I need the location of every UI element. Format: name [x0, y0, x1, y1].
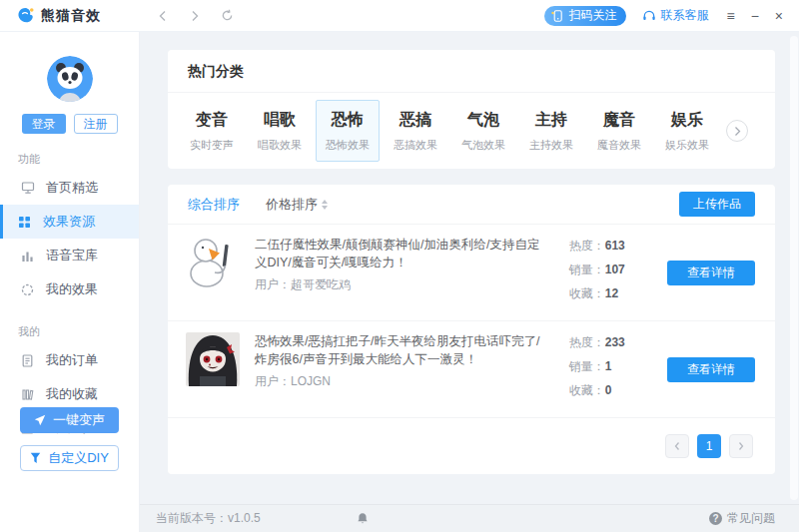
tab-prank[interactable]: 恶搞 恶搞效果	[384, 100, 447, 162]
app-window: 熊猫音效 扫码关注	[0, 0, 799, 532]
sort-price[interactable]: 价格排序	[266, 196, 328, 214]
sidebar-item-favorites[interactable]: 我的收藏	[0, 377, 139, 411]
heat-label: 热度：	[569, 239, 605, 253]
auth-buttons: 登录 注册	[0, 114, 139, 134]
item-stats: 热度：233 销量：1 收藏：0	[569, 332, 651, 406]
pagination: 1	[168, 418, 775, 474]
effects-list-card: 综合排序 价格排序 上传作品 二伍	[168, 185, 775, 474]
funnel-icon	[30, 452, 41, 464]
contact-support-button[interactable]: 联系客服	[642, 7, 708, 24]
sidebar: 登录 注册 功能 首页精选 效果资源 语音宝库 我的效果	[0, 32, 140, 532]
next-page-icon[interactable]	[729, 434, 753, 458]
main-content: 热门分类 变音 实时变声 唱歌 唱歌效果 恐怖 恐怖效果 恶搞 恶搞效果	[140, 32, 799, 504]
view-details-button[interactable]: 查看详情	[667, 357, 755, 382]
sidebar-item-orders[interactable]: 我的订单	[0, 343, 139, 377]
history-nav	[154, 7, 236, 25]
prev-page-icon[interactable]	[665, 434, 689, 458]
hot-categories-card: 热门分类 变音 实时变声 唱歌 唱歌效果 恐怖 恐怖效果 恶搞 恶搞效果	[168, 50, 775, 169]
panda-logo-icon	[16, 6, 35, 25]
sidebar-section-features: 功能	[18, 152, 139, 167]
heat-label: 热度：	[569, 335, 605, 349]
tabs-more-chevron-icon[interactable]	[726, 120, 748, 142]
sales-value: 107	[605, 263, 625, 276]
item-thumbnail-horror-girl[interactable]	[186, 332, 240, 386]
category-tabs: 变音 实时变声 唱歌 唱歌效果 恐怖 恐怖效果 恶搞 恶搞效果 气泡 气泡效	[168, 93, 775, 169]
headset-icon	[642, 9, 656, 23]
sidebar-item-my-effects[interactable]: 我的效果	[0, 272, 139, 306]
one-key-voice-label: 一键变声	[53, 411, 105, 429]
tab-bubble[interactable]: 气泡 气泡效果	[451, 100, 515, 162]
version-label: 当前版本号：v1.0.5	[156, 510, 261, 527]
follow-label: 扫码关注	[568, 7, 616, 24]
register-button[interactable]: 注册	[74, 114, 118, 134]
bars-icon	[21, 249, 36, 264]
tab-magic-sound[interactable]: 魔音 魔音效果	[587, 100, 651, 162]
sort-arrows-icon	[322, 200, 328, 210]
custom-diy-label: 自定义DIY	[48, 449, 109, 467]
sort-bar: 综合排序 价格排序 上传作品	[168, 185, 775, 225]
forward-icon[interactable]	[186, 7, 204, 25]
notification-bell-icon[interactable]	[357, 512, 369, 525]
paper-plane-icon	[34, 414, 46, 426]
scrollbar[interactable]	[790, 36, 798, 500]
favorites-value: 0	[605, 383, 612, 397]
refresh-icon[interactable]	[218, 7, 236, 25]
sidebar-section-mine: 我的	[18, 324, 139, 339]
sidebar-item-effects[interactable]: 效果资源	[0, 205, 139, 239]
app-logo: 熊猫音效	[0, 6, 140, 25]
back-icon[interactable]	[154, 7, 172, 25]
titlebar: 熊猫音效 扫码关注	[0, 0, 799, 32]
upload-work-button[interactable]: 上传作品	[679, 192, 755, 217]
list-item: 二伍仔魔性效果/颠倒颠赛神仙/加油奥利给/支持自定义DIY/魔音可关/嘎嘎给力！…	[168, 225, 775, 321]
tab-entertainment[interactable]: 娱乐 娱乐效果	[655, 100, 719, 162]
sidebar-item-home[interactable]: 首页精选	[0, 171, 139, 205]
qr-phone-icon	[551, 10, 563, 22]
item-stats: 热度：613 销量：107 收藏：12	[569, 236, 651, 309]
favorites-label: 收藏：	[569, 286, 605, 300]
tab-voice-change[interactable]: 变音 实时变声	[180, 100, 244, 162]
faq-label: 常见问题	[727, 510, 775, 527]
item-user: 用户：LOJGN	[255, 373, 543, 390]
tab-horror[interactable]: 恐怖 恐怖效果	[316, 100, 380, 162]
item-title[interactable]: 恐怖效果/恶搞扛把子/昨天半夜给朋友打电话吓完了/炸房很6/声音开到最大能给人下…	[255, 332, 543, 368]
sidebar-item-label: 效果资源	[43, 213, 95, 231]
item-user: 用户：超哥爱吃鸡	[255, 276, 543, 293]
item-info: 恐怖效果/恶搞扛把子/昨天半夜给朋友打电话吓完了/炸房很6/声音开到最大能给人下…	[255, 332, 553, 406]
sales-label: 销量：	[569, 359, 605, 373]
item-info: 二伍仔魔性效果/颠倒颠赛神仙/加油奥利给/支持自定义DIY/魔音可关/嘎嘎给力！…	[255, 236, 553, 309]
sort-composite[interactable]: 综合排序	[188, 196, 240, 214]
item-title[interactable]: 二伍仔魔性效果/颠倒颠赛神仙/加油奥利给/支持自定义DIY/魔音可关/嘎嘎给力！	[255, 236, 543, 271]
close-icon[interactable]: ×	[775, 9, 783, 23]
menu-icon[interactable]: ≡	[726, 9, 734, 23]
page-number-current[interactable]: 1	[697, 434, 721, 458]
minimize-icon[interactable]: −	[751, 9, 759, 23]
grid-icon	[18, 215, 33, 230]
hot-categories-title: 热门分类	[168, 50, 775, 93]
sales-value: 1	[605, 359, 612, 373]
sidebar-item-label: 我的效果	[46, 280, 98, 298]
view-details-button[interactable]: 查看详情	[667, 261, 755, 285]
order-icon	[21, 353, 36, 368]
heat-value: 613	[605, 239, 625, 253]
monitor-icon	[21, 181, 36, 196]
faq-link[interactable]: ? 常见问题	[709, 510, 775, 527]
circle-icon	[21, 282, 36, 297]
sidebar-item-label: 语音宝库	[46, 247, 98, 265]
sidebar-item-label: 首页精选	[46, 179, 98, 197]
custom-diy-button[interactable]: 自定义DIY	[20, 445, 119, 471]
one-key-voice-button[interactable]: 一键变声	[20, 407, 119, 433]
tab-hosting[interactable]: 主持 主持效果	[519, 100, 583, 162]
tab-singing[interactable]: 唱歌 唱歌效果	[248, 100, 312, 162]
item-thumbnail-duck[interactable]	[186, 236, 240, 289]
favorites-label: 收藏：	[569, 383, 605, 397]
footer: 当前版本号：v1.0.5 ? 常见问题	[140, 504, 799, 532]
follow-qr-button[interactable]: 扫码关注	[544, 6, 626, 26]
sidebar-item-label: 我的收藏	[46, 385, 98, 403]
login-button[interactable]: 登录	[22, 114, 66, 134]
sidebar-item-voice-library[interactable]: 语音宝库	[0, 239, 139, 272]
sales-label: 销量：	[569, 263, 605, 276]
avatar[interactable]	[47, 56, 93, 102]
collection-icon	[21, 387, 36, 402]
favorites-value: 12	[605, 286, 618, 300]
window-controls: ≡ − ×	[726, 9, 799, 23]
